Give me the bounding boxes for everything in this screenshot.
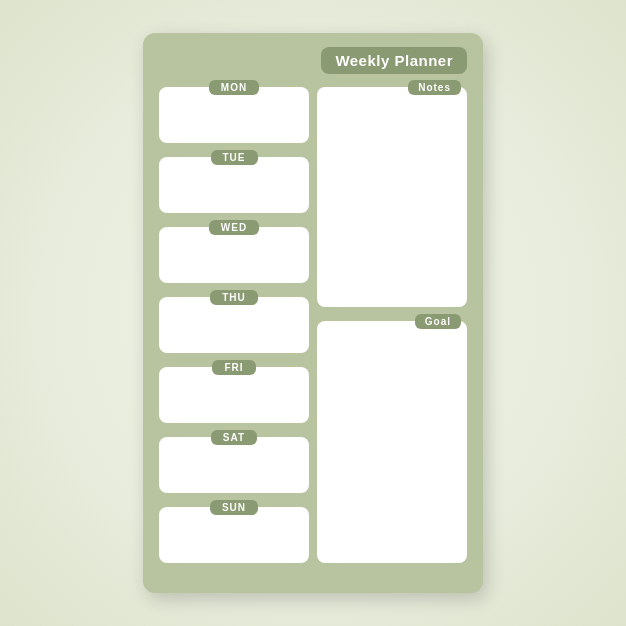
day-box-thu[interactable] bbox=[159, 297, 309, 353]
day-block-thu: THU bbox=[159, 290, 309, 353]
main-grid: MON TUE WED THU FRI SAT bbox=[159, 80, 467, 563]
goal-label: Goal bbox=[415, 314, 461, 329]
day-block-wed: WED bbox=[159, 220, 309, 283]
day-label-wed: WED bbox=[209, 220, 259, 235]
days-column: MON TUE WED THU FRI SAT bbox=[159, 80, 309, 563]
day-block-tue: TUE bbox=[159, 150, 309, 213]
day-label-sun: SUN bbox=[210, 500, 258, 515]
day-label-fri: FRI bbox=[212, 360, 255, 375]
day-box-tue[interactable] bbox=[159, 157, 309, 213]
day-box-wed[interactable] bbox=[159, 227, 309, 283]
day-block-fri: FRI bbox=[159, 360, 309, 423]
notes-label: Notes bbox=[408, 80, 461, 95]
day-box-sun[interactable] bbox=[159, 507, 309, 563]
planner-title: Weekly Planner bbox=[321, 47, 467, 74]
day-block-sat: SAT bbox=[159, 430, 309, 493]
day-label-sat: SAT bbox=[211, 430, 257, 445]
notes-section: Notes bbox=[317, 80, 467, 307]
right-column: Notes Goal bbox=[317, 80, 467, 563]
notes-box[interactable] bbox=[317, 87, 467, 307]
day-label-mon: MON bbox=[209, 80, 259, 95]
goal-box[interactable] bbox=[317, 321, 467, 563]
planner-card: Weekly Planner MON TUE WED THU FRI bbox=[143, 33, 483, 593]
day-box-sat[interactable] bbox=[159, 437, 309, 493]
day-label-thu: THU bbox=[210, 290, 258, 305]
header-row: Weekly Planner bbox=[159, 47, 467, 74]
day-label-tue: TUE bbox=[211, 150, 258, 165]
day-block-mon: MON bbox=[159, 80, 309, 143]
day-box-fri[interactable] bbox=[159, 367, 309, 423]
goal-section: Goal bbox=[317, 314, 467, 563]
day-block-sun: SUN bbox=[159, 500, 309, 563]
day-box-mon[interactable] bbox=[159, 87, 309, 143]
